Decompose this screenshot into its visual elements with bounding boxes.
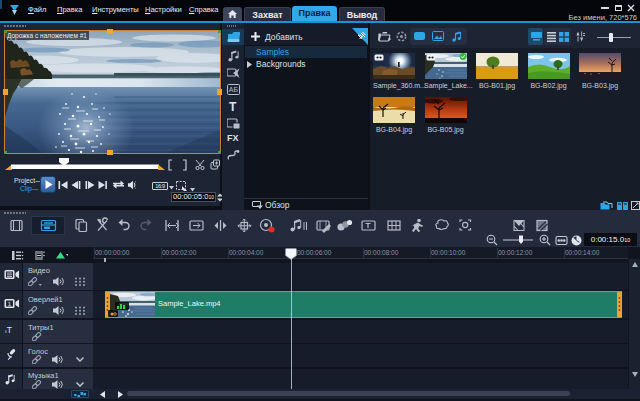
svg-text:АБ: АБ: [229, 86, 239, 93]
